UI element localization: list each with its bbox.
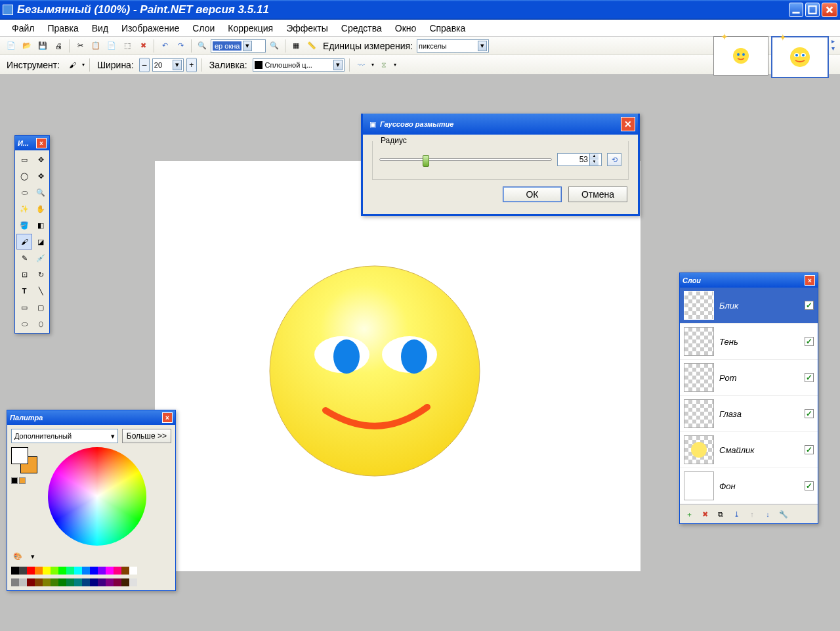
close-icon[interactable]: ✕: [621, 117, 635, 131]
reset-button[interactable]: ⟲: [607, 153, 621, 166]
move-down-icon[interactable]: ↓: [761, 508, 774, 521]
colors-window-titlebar[interactable]: Палитра ×: [7, 410, 175, 425]
layer-row[interactable]: Глаза ✓: [680, 396, 818, 432]
brush-icon[interactable]: 🖌: [65, 58, 79, 72]
radius-value[interactable]: [558, 154, 589, 165]
tool-eraser[interactable]: ◪: [33, 234, 49, 250]
swatch[interactable]: [121, 567, 129, 575]
palette-icon[interactable]: 🎨: [11, 550, 24, 563]
cancel-button[interactable]: Отмена: [568, 186, 627, 202]
swatch[interactable]: [51, 567, 58, 575]
menu-layers[interactable]: Слои: [186, 20, 221, 36]
slider-thumb[interactable]: [423, 155, 429, 167]
swatch[interactable]: [121, 578, 129, 586]
move-up-icon[interactable]: ↑: [746, 508, 759, 521]
swatch[interactable]: [11, 567, 19, 575]
swatch[interactable]: [35, 578, 43, 586]
swatch[interactable]: [106, 567, 114, 575]
color-wheel[interactable]: [48, 447, 146, 546]
tool-lasso[interactable]: ◯: [16, 168, 32, 184]
swatch[interactable]: [43, 578, 51, 586]
tool-pencil[interactable]: ✎: [16, 250, 32, 266]
swap-colors-icon[interactable]: [11, 477, 18, 484]
close-icon[interactable]: ×: [805, 275, 815, 286]
layer-visible-checkbox[interactable]: ✓: [805, 409, 814, 418]
swatch[interactable]: [114, 567, 121, 575]
chevron-down-icon[interactable]: ▾: [173, 60, 182, 70]
swatch[interactable]: [66, 567, 74, 575]
tool-clone[interactable]: ⊡: [16, 267, 32, 282]
layer-row[interactable]: Тень ✓: [680, 324, 818, 360]
crop-icon[interactable]: ⬚: [120, 39, 135, 53]
cut-icon[interactable]: ✂: [73, 39, 87, 53]
swatch[interactable]: [19, 567, 27, 575]
new-icon[interactable]: 📄: [4, 39, 18, 53]
swatch[interactable]: [58, 567, 66, 575]
tools-window-titlebar[interactable]: И... ×: [15, 136, 49, 150]
redo-icon[interactable]: ↷: [173, 39, 188, 53]
tool-recolor[interactable]: ↻: [33, 267, 49, 282]
layers-window-titlebar[interactable]: Слои ×: [680, 273, 818, 288]
menu-effects[interactable]: Эффекты: [280, 20, 335, 36]
swatch[interactable]: [43, 567, 51, 575]
tool-rect[interactable]: ▭: [16, 299, 32, 315]
thumb-menu-icon[interactable]: ▸▾: [831, 37, 835, 52]
ok-button[interactable]: ОК: [503, 186, 562, 202]
tool-move-selection[interactable]: ✥: [33, 152, 49, 167]
tool-wand[interactable]: ✨: [16, 201, 32, 217]
swatch[interactable]: [90, 567, 98, 575]
add-layer-icon[interactable]: ＋: [682, 508, 696, 521]
swatch[interactable]: [19, 578, 27, 586]
save-icon[interactable]: 💾: [35, 39, 50, 53]
default-colors-icon[interactable]: [19, 477, 26, 484]
chevron-down-icon[interactable]: ▾: [111, 432, 115, 441]
palette-menu-icon[interactable]: ▾: [26, 550, 39, 563]
zoom-in-icon[interactable]: 🔍: [267, 39, 282, 53]
swatch[interactable]: [27, 578, 35, 586]
tool-ellipse-select[interactable]: ⬭: [16, 185, 32, 200]
zoom-combo[interactable]: ер окна ▾: [211, 39, 266, 53]
layers-window[interactable]: Слои × Блик ✓ Тень ✓ Рот ✓ Глаза ✓ Смайл…: [679, 272, 818, 524]
gaussian-blur-dialog[interactable]: ▣ Гауссово размытие ✕ Радиус ▲▼ ⟲ ОК Отм…: [361, 114, 640, 216]
swatch[interactable]: [114, 578, 121, 586]
tool-freeform[interactable]: ⬯: [33, 316, 49, 332]
tool-gradient[interactable]: ◧: [33, 217, 49, 233]
tool-picker[interactable]: 💉: [33, 250, 49, 266]
swatch[interactable]: [74, 578, 82, 586]
delete-layer-icon[interactable]: ✖: [698, 508, 711, 521]
tool-rect-select[interactable]: ▭: [16, 152, 32, 167]
primary-color[interactable]: [11, 447, 28, 464]
minus-icon[interactable]: −: [139, 58, 150, 72]
radius-input[interactable]: ▲▼: [557, 153, 602, 166]
radius-slider[interactable]: [379, 158, 552, 161]
color-swatch-row[interactable]: [11, 567, 171, 575]
tools-window[interactable]: И... × ▭ ✥ ◯ ✥ ⬭ 🔍 ✨ ✋ 🪣 ◧ 🖌 ◪ ✎ 💉 ⊡ ↻ T…: [14, 135, 50, 334]
print-icon[interactable]: 🖨: [51, 39, 66, 53]
swatch[interactable]: [51, 578, 58, 586]
swatch[interactable]: [129, 578, 137, 586]
paste-icon[interactable]: 📄: [104, 39, 119, 53]
swatch[interactable]: [106, 578, 114, 586]
swatch[interactable]: [82, 578, 90, 586]
layer-visible-checkbox[interactable]: ✓: [805, 445, 814, 454]
tool-brush[interactable]: 🖌: [16, 234, 32, 250]
close-button[interactable]: [822, 3, 837, 17]
swatch[interactable]: [98, 567, 106, 575]
duplicate-layer-icon[interactable]: ⧉: [714, 508, 727, 521]
menu-window[interactable]: Окно: [388, 20, 423, 36]
tool-ellipse[interactable]: ⬭: [16, 316, 32, 332]
ruler-icon[interactable]: 📏: [304, 39, 319, 53]
canvas[interactable]: [155, 161, 640, 571]
doc-thumb-1[interactable]: ✦: [713, 36, 768, 76]
swatch[interactable]: [98, 578, 106, 586]
swatch[interactable]: [27, 567, 35, 575]
chevron-down-icon[interactable]: ▾: [333, 60, 343, 70]
menu-help[interactable]: Справка: [423, 20, 472, 36]
tool-pan[interactable]: ✋: [33, 201, 49, 217]
tool-bucket[interactable]: 🪣: [16, 217, 32, 233]
open-icon[interactable]: 📂: [20, 39, 34, 53]
swatch[interactable]: [74, 567, 82, 575]
color-swatch-row-2[interactable]: [11, 578, 171, 586]
menu-image[interactable]: Изображение: [115, 20, 186, 36]
spin-up-icon[interactable]: ▲: [589, 154, 598, 160]
